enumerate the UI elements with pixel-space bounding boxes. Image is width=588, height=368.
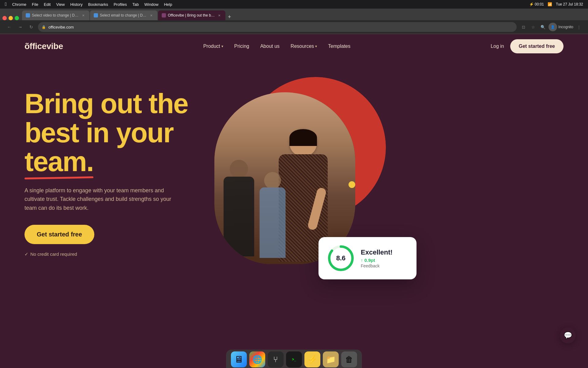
files-icon: 📁 [326,355,336,364]
menu-help[interactable]: Help [164,2,172,7]
dock-files[interactable]: 📁 [323,351,339,367]
apple-logo-icon:  [5,2,7,7]
dock-trash[interactable]: 🗑 [341,351,357,367]
search-icon[interactable]: 🔍 [539,23,547,31]
lock-icon: 🔒 [42,25,46,29]
menu-tab[interactable]: Tab [132,2,139,7]
browser-chrome: Select video to change | Djang... ✕ Sele… [0,9,588,34]
browser-tab-2[interactable]: Select email to change | Djang... ✕ [90,10,157,20]
dock-terminal[interactable]: >_ [286,351,302,367]
incognito-label: Incognito [558,25,573,29]
terminal-icon: >_ [292,357,296,362]
nav-pricing-link[interactable]: Pricing [234,44,249,49]
profile-icon: 👤 [551,25,555,29]
tab-favicon-3 [162,13,166,17]
bolt-icon: ⚡ [307,355,317,364]
hero-subtitle: A single platform to engage with your te… [24,186,172,213]
score-change: ↑ 0.9pt [361,258,408,263]
hero-section: Bring out the best in your team. A singl… [0,59,588,298]
nav-resources-link[interactable]: Resources ▾ [291,44,317,49]
hero-left: Bring out the best in your team. A singl… [24,71,196,257]
tab-close-3[interactable]: ✕ [217,13,222,18]
score-number: 8.6 [336,254,346,262]
menu-history[interactable]: History [70,2,82,7]
traffic-lights [2,16,19,20]
minimize-window-button[interactable] [9,16,13,20]
url-text: officevibe.com [48,25,74,29]
browser-tab-1[interactable]: Select video to change | Djang... ✕ [22,10,89,20]
person-hair [289,129,317,146]
bookmark-icon[interactable]: ☆ [529,23,537,31]
new-tab-button[interactable]: + [226,14,233,20]
hero-title-line1: Bring out the [24,88,188,119]
menu-window[interactable]: Window [144,2,158,7]
menu-chrome[interactable]: Chrome [12,2,26,7]
resources-chevron-icon: ▾ [315,44,317,48]
tab-close-1[interactable]: ✕ [81,13,86,18]
no-credit-card-notice: ✓ No credit card required [24,251,196,257]
address-bar[interactable]: 🔒 officevibe.com [38,22,517,32]
hero-cta-button[interactable]: Get started free [24,225,94,244]
trash-icon: 🗑 [345,355,353,364]
nav-templates-link[interactable]: Templates [328,44,350,49]
dock-chrome[interactable]: 🌐 [249,351,265,367]
hero-title: Bring out the best in your team. [24,89,196,176]
mac-dock: 🖥 🌐 ⑂ >_ ⚡ 📁 🗑 [226,350,362,368]
product-chevron-icon: ▾ [221,44,223,48]
tab-favicon-1 [26,13,30,17]
score-type: Feedback [361,263,408,268]
chat-icon: 💬 [564,332,572,339]
tab-favicon-2 [94,13,98,17]
browser-navbar: ← → ↻ 🔒 officevibe.com ⊡ ☆ 🔍 👤 Incognito… [0,20,588,34]
refresh-button[interactable]: ↻ [27,23,36,31]
browser-tab-3[interactable]: Officevibe | Bring out the best... ✕ [158,10,225,20]
finder-icon: 🖥 [234,354,243,365]
fullscreen-window-button[interactable] [15,16,19,20]
back-button[interactable]: ← [5,23,13,31]
no-cc-text: No credit card required [30,251,77,257]
chat-widget-button[interactable]: 💬 [560,328,576,343]
site-logo[interactable]: õfficevibe [24,41,63,51]
site-nav: õfficevibe Product ▾ Pricing About us [0,34,588,59]
dock-git[interactable]: ⑂ [268,351,284,367]
score-card: 8.6 Excellent! ↑ 0.9pt Feedback [318,237,417,279]
menu-view[interactable]: View [56,2,65,7]
clock: Tue 27 Jul 18:32 [556,2,583,6]
website-content: õfficevibe Product ▾ Pricing About us [0,34,588,310]
battery-icon: ⚡ 00:01 [529,2,544,6]
menu-edit[interactable]: Edit [44,2,51,7]
profile-button[interactable]: 👤 [548,23,557,31]
cast-icon[interactable]: ⊡ [519,23,528,31]
nav-cta-button[interactable]: Get started free [510,39,564,53]
tab-title-2: Select email to change | Djang... [100,13,147,17]
hero-title-line2: best in your [24,117,173,148]
forward-button[interactable]: → [16,23,24,31]
logo-tilde: õ [24,41,30,51]
tab-title-1: Select video to change | Djang... [32,13,79,17]
logo-text: fficevibe [30,41,63,51]
tab-close-2[interactable]: ✕ [149,13,154,18]
mac-menubar:  Chrome File Edit View History Bookmark… [0,0,588,9]
close-window-button[interactable] [2,16,7,20]
nav-about-link[interactable]: About us [260,44,280,49]
login-link[interactable]: Log in [491,44,504,49]
yellow-dot-decoration [349,181,355,188]
wifi-icon: 📶 [548,2,552,6]
menu-file[interactable]: File [32,2,38,7]
menu-bookmarks[interactable]: Bookmarks [88,2,108,7]
menu-profiles[interactable]: Profiles [114,2,127,7]
tab-title-3: Officevibe | Bring out the best... [168,13,215,17]
chrome-icon: 🌐 [252,355,262,364]
nav-product-link[interactable]: Product ▾ [203,44,223,49]
score-label: Excellent! [361,248,408,256]
more-options-button[interactable]: ⋮ [575,23,583,31]
hero-title-team: team. [24,147,93,176]
hero-right: 8.6 Excellent! ↑ 0.9pt Feedback [214,77,564,267]
dock-bolt[interactable]: ⚡ [304,351,320,367]
nav-links: Product ▾ Pricing About us Resources ▾ [203,44,351,49]
tabs-bar: Select video to change | Djang... ✕ Sele… [0,9,588,20]
nav-actions: Log in Get started free [491,39,564,53]
score-info: Excellent! ↑ 0.9pt Feedback [361,248,408,268]
score-circle: 8.6 [327,244,355,272]
dock-finder[interactable]: 🖥 [231,351,247,367]
